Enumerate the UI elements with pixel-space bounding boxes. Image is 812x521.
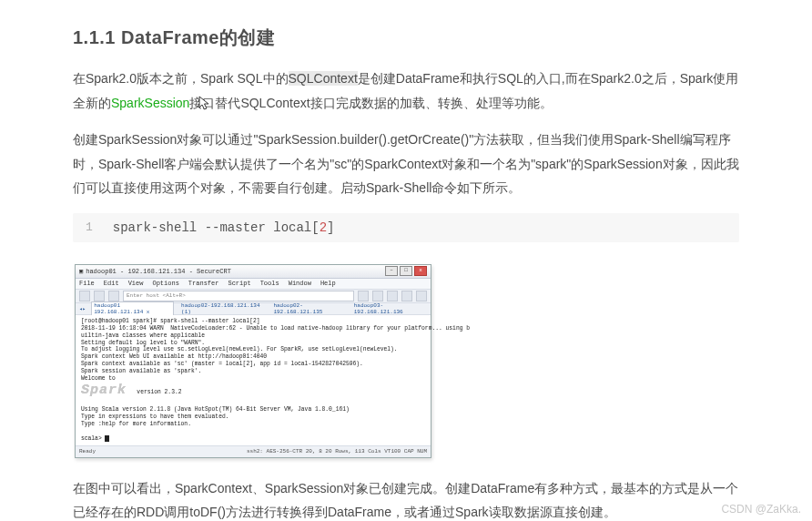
menu-tools[interactable]: Tools (260, 280, 279, 287)
section-heading: 1.1.1 DataFrame的创建 (73, 26, 739, 50)
menu-transfer[interactable]: Transfer (188, 280, 219, 287)
maximize-button[interactable]: □ (400, 266, 412, 276)
paragraph-3: 在图中可以看出，SparkContext、SparkSession对象已创建完成… (73, 476, 739, 521)
p1-c: 接口替代SQLContext接口完成数据的加载、转换、处理等功能。 (189, 96, 552, 110)
host-input[interactable]: Enter host <Alt+R> (123, 291, 354, 301)
menu-view[interactable]: View (128, 280, 144, 287)
term-line: Setting default log level to "WARN". (81, 340, 205, 346)
menu-window[interactable]: Window (289, 280, 311, 287)
watermark: CSDN @ZaKka. (721, 503, 801, 516)
code-text-post: ] (327, 220, 334, 235)
p1-link-sparksession[interactable]: SparkSession (111, 96, 189, 110)
terminal-app-icon: ▣ (79, 268, 83, 275)
terminal-tab[interactable]: hadoop03-192.168.121.136 (352, 302, 427, 315)
code-number-literal: 2 (320, 220, 327, 235)
status-right: ssh2: AES-256-CTR 20, 8 20 Rows, 113 Col… (247, 448, 427, 455)
term-line: Spark context available as 'sc' (master … (81, 361, 363, 367)
term-line: Spark context Web UI available at http:/… (81, 353, 267, 360)
terminal-screenshot: ▣ hadoop01 - 192.168.121.134 - SecureCRT… (75, 264, 431, 458)
toolbar-icon[interactable] (387, 291, 398, 301)
cursor-icon (105, 435, 109, 442)
term-line: [root@hadoop01 spark]# spark-shell --mas… (81, 318, 260, 324)
terminal-tabs: ◂▸ hadoop01 192.168.121.134 x hadoop02-1… (76, 303, 431, 315)
code-text-pre: spark-shell --master local[ (113, 220, 320, 235)
menu-script[interactable]: Script (228, 280, 250, 287)
p1-a: 在Spark2.0版本之前，Spark SQL中的 (73, 71, 289, 86)
minimize-button[interactable]: – (385, 266, 398, 276)
status-left: Ready (79, 448, 96, 455)
terminal-tab-active[interactable]: hadoop01 192.168.121.134 x (91, 301, 174, 315)
term-line: Type in expressions to have them evaluat… (81, 414, 229, 420)
code-line-number: 1 (86, 220, 93, 234)
term-line: 2018-11-19 16:18:04 WARN NativeCodeLoade… (81, 325, 470, 332)
term-line: Using Scala version 2.11.8 (Java HotSpot… (81, 406, 350, 413)
spark-version: version 2.3.2 (127, 389, 181, 395)
terminal-menubar: File Edit View Options Transfer Script T… (76, 279, 431, 290)
window-buttons: – □ x (385, 266, 427, 276)
terminal-tab[interactable]: hadoop02-192.168.121.135 (271, 302, 346, 315)
term-line: uiltin-java classes where applicable (81, 332, 205, 339)
paragraph-2: 创建SparkSession对象可以通过"SparkSession.builde… (73, 128, 739, 200)
term-line: Type :help for more information. (81, 421, 191, 427)
terminal-tab[interactable]: hadoop02-192.168.121.134 (1) (179, 302, 266, 315)
toolbar-icon[interactable] (416, 291, 427, 301)
toolbar-icon[interactable] (79, 291, 90, 301)
terminal-title: ▣ hadoop01 - 192.168.121.134 - SecureCRT (79, 268, 231, 275)
toolbar-icon[interactable] (94, 291, 105, 301)
document-page: 1.1.1 DataFrame的创建 在Spark2.0版本之前，Spark S… (0, 0, 812, 521)
scala-prompt: scala> (81, 435, 105, 442)
toolbar-icon[interactable] (358, 291, 369, 301)
p1-highlight-sqlcontext: SQLContext (289, 71, 358, 86)
term-line: Spark session available as 'spark'. (81, 368, 201, 374)
terminal-body: [root@hadoop01 spark]# spark-shell --mas… (76, 315, 431, 445)
terminal-title-text: hadoop01 - 192.168.121.134 - SecureCRT (86, 268, 231, 275)
terminal-titlebar: ▣ hadoop01 - 192.168.121.134 - SecureCRT… (76, 265, 431, 279)
tab-indicator-icon: ◂▸ (79, 305, 86, 312)
menu-help[interactable]: Help (320, 280, 336, 287)
terminal-statusbar: Ready ssh2: AES-256-CTR 20, 8 20 Rows, 1… (76, 445, 431, 457)
close-button[interactable]: x (414, 266, 427, 276)
menu-edit[interactable]: Edit (104, 280, 119, 287)
menu-options[interactable]: Options (152, 280, 178, 287)
toolbar-icon[interactable] (401, 291, 412, 301)
toolbar-icon[interactable] (108, 291, 119, 301)
term-line: To adjust logging level use sc.setLogLev… (81, 346, 398, 352)
spark-ascii-logo: Spark (81, 383, 127, 398)
term-line: Welcome to (81, 375, 116, 382)
menu-file[interactable]: File (79, 280, 95, 287)
paragraph-1: 在Spark2.0版本之前，Spark SQL中的SQLContext是创建Da… (73, 66, 739, 115)
code-block: 1 spark-shell --master local[2] (73, 213, 739, 242)
toolbar-icon[interactable] (372, 291, 383, 301)
